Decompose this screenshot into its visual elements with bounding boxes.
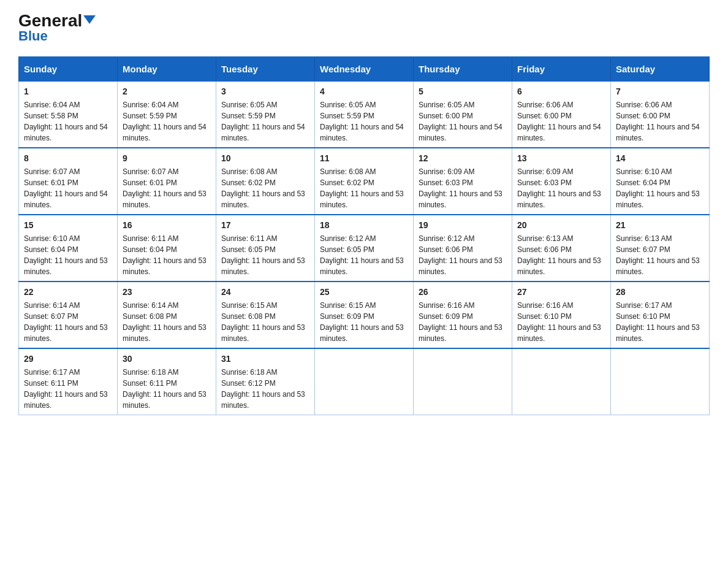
day-info: Sunrise: 6:16 AMSunset: 6:10 PMDaylight:… (517, 301, 601, 343)
day-number: 26 (419, 286, 507, 299)
day-info: Sunrise: 6:13 AMSunset: 6:07 PMDaylight:… (616, 234, 700, 276)
day-number: 13 (517, 152, 605, 165)
calendar-week-row: 29Sunrise: 6:17 AMSunset: 6:11 PMDayligh… (19, 348, 710, 415)
day-number: 20 (517, 219, 605, 232)
calendar-cell: 1Sunrise: 6:04 AMSunset: 5:58 PMDaylight… (19, 81, 118, 148)
day-info: Sunrise: 6:06 AMSunset: 6:00 PMDaylight:… (616, 101, 700, 142)
calendar-cell: 25Sunrise: 6:15 AMSunset: 6:09 PMDayligh… (315, 282, 414, 348)
day-info: Sunrise: 6:17 AMSunset: 6:10 PMDaylight:… (616, 301, 700, 343)
calendar-cell: 15Sunrise: 6:10 AMSunset: 6:04 PMDayligh… (19, 215, 118, 282)
day-number: 28 (616, 286, 704, 299)
day-number: 21 (616, 219, 704, 232)
calendar-cell: 11Sunrise: 6:08 AMSunset: 6:02 PMDayligh… (315, 148, 414, 215)
day-info: Sunrise: 6:14 AMSunset: 6:08 PMDaylight:… (123, 301, 207, 343)
day-number: 6 (517, 85, 605, 98)
col-header-tuesday: Tuesday (216, 57, 315, 81)
day-number: 27 (517, 286, 605, 299)
calendar-cell: 29Sunrise: 6:17 AMSunset: 6:11 PMDayligh… (19, 348, 118, 415)
day-number: 24 (221, 286, 309, 299)
calendar-week-row: 1Sunrise: 6:04 AMSunset: 5:58 PMDaylight… (19, 81, 710, 148)
calendar-header-row: SundayMondayTuesdayWednesdayThursdayFrid… (19, 57, 710, 81)
day-number: 16 (123, 219, 211, 232)
col-header-friday: Friday (512, 57, 611, 81)
calendar-cell: 5Sunrise: 6:05 AMSunset: 6:00 PMDaylight… (414, 81, 512, 148)
calendar-cell: 22Sunrise: 6:14 AMSunset: 6:07 PMDayligh… (19, 282, 118, 348)
day-info: Sunrise: 6:17 AMSunset: 6:11 PMDaylight:… (24, 368, 108, 410)
day-number: 5 (419, 85, 507, 98)
calendar-cell (512, 348, 611, 415)
day-number: 1 (24, 85, 112, 98)
col-header-saturday: Saturday (611, 57, 710, 81)
day-number: 12 (419, 152, 507, 165)
calendar-cell: 16Sunrise: 6:11 AMSunset: 6:04 PMDayligh… (118, 215, 216, 282)
calendar-table: SundayMondayTuesdayWednesdayThursdayFrid… (18, 56, 710, 415)
calendar-week-row: 22Sunrise: 6:14 AMSunset: 6:07 PMDayligh… (19, 282, 710, 348)
day-info: Sunrise: 6:08 AMSunset: 6:02 PMDaylight:… (221, 167, 305, 209)
day-number: 18 (320, 219, 408, 232)
day-number: 3 (221, 85, 309, 98)
day-info: Sunrise: 6:10 AMSunset: 6:04 PMDaylight:… (24, 234, 108, 276)
day-info: Sunrise: 6:08 AMSunset: 6:02 PMDaylight:… (320, 167, 404, 209)
col-header-thursday: Thursday (414, 57, 512, 81)
day-number: 11 (320, 152, 408, 165)
calendar-cell: 27Sunrise: 6:16 AMSunset: 6:10 PMDayligh… (512, 282, 611, 348)
calendar-cell: 24Sunrise: 6:15 AMSunset: 6:08 PMDayligh… (216, 282, 315, 348)
logo-blue-text: Blue (18, 28, 48, 44)
calendar-cell: 20Sunrise: 6:13 AMSunset: 6:06 PMDayligh… (512, 215, 611, 282)
day-number: 31 (221, 353, 309, 366)
day-info: Sunrise: 6:12 AMSunset: 6:05 PMDaylight:… (320, 234, 404, 276)
day-info: Sunrise: 6:11 AMSunset: 6:04 PMDaylight:… (123, 234, 207, 276)
day-info: Sunrise: 6:07 AMSunset: 6:01 PMDaylight:… (24, 167, 108, 209)
day-info: Sunrise: 6:13 AMSunset: 6:06 PMDaylight:… (517, 234, 601, 276)
calendar-cell: 28Sunrise: 6:17 AMSunset: 6:10 PMDayligh… (611, 282, 710, 348)
day-info: Sunrise: 6:04 AMSunset: 5:59 PMDaylight:… (123, 101, 207, 142)
day-info: Sunrise: 6:12 AMSunset: 6:06 PMDaylight:… (419, 234, 502, 276)
calendar-cell: 30Sunrise: 6:18 AMSunset: 6:11 PMDayligh… (118, 348, 216, 415)
day-info: Sunrise: 6:16 AMSunset: 6:09 PMDaylight:… (419, 301, 502, 343)
logo-triangle-icon (83, 15, 96, 24)
calendar-cell: 8Sunrise: 6:07 AMSunset: 6:01 PMDaylight… (19, 148, 118, 215)
calendar-cell: 6Sunrise: 6:06 AMSunset: 6:00 PMDaylight… (512, 81, 611, 148)
calendar-cell: 21Sunrise: 6:13 AMSunset: 6:07 PMDayligh… (611, 215, 710, 282)
calendar-cell: 9Sunrise: 6:07 AMSunset: 6:01 PMDaylight… (118, 148, 216, 215)
day-number: 29 (24, 353, 112, 366)
calendar-cell: 31Sunrise: 6:18 AMSunset: 6:12 PMDayligh… (216, 348, 315, 415)
day-number: 17 (221, 219, 309, 232)
col-header-wednesday: Wednesday (315, 57, 414, 81)
calendar-cell: 18Sunrise: 6:12 AMSunset: 6:05 PMDayligh… (315, 215, 414, 282)
day-number: 15 (24, 219, 112, 232)
day-number: 10 (221, 152, 309, 165)
day-number: 22 (24, 286, 112, 299)
col-header-sunday: Sunday (19, 57, 118, 81)
day-number: 9 (123, 152, 211, 165)
day-number: 2 (123, 85, 211, 98)
day-number: 14 (616, 152, 704, 165)
day-number: 30 (123, 353, 211, 366)
calendar-cell: 17Sunrise: 6:11 AMSunset: 6:05 PMDayligh… (216, 215, 315, 282)
day-info: Sunrise: 6:14 AMSunset: 6:07 PMDaylight:… (24, 301, 108, 343)
page-header: General Blue (18, 12, 710, 44)
day-number: 7 (616, 85, 704, 98)
day-info: Sunrise: 6:07 AMSunset: 6:01 PMDaylight:… (123, 167, 207, 209)
day-number: 19 (419, 219, 507, 232)
calendar-cell: 3Sunrise: 6:05 AMSunset: 5:59 PMDaylight… (216, 81, 315, 148)
calendar-cell (315, 348, 414, 415)
calendar-cell (611, 348, 710, 415)
logo: General Blue (18, 12, 96, 44)
calendar-cell (414, 348, 512, 415)
day-info: Sunrise: 6:09 AMSunset: 6:03 PMDaylight:… (419, 167, 502, 209)
calendar-cell: 2Sunrise: 6:04 AMSunset: 5:59 PMDaylight… (118, 81, 216, 148)
day-info: Sunrise: 6:11 AMSunset: 6:05 PMDaylight:… (221, 234, 305, 276)
day-info: Sunrise: 6:05 AMSunset: 5:59 PMDaylight:… (221, 101, 305, 142)
day-info: Sunrise: 6:18 AMSunset: 6:12 PMDaylight:… (221, 368, 305, 410)
day-info: Sunrise: 6:05 AMSunset: 5:59 PMDaylight:… (320, 101, 404, 142)
col-header-monday: Monday (118, 57, 216, 81)
day-info: Sunrise: 6:10 AMSunset: 6:04 PMDaylight:… (616, 167, 700, 209)
calendar-cell: 23Sunrise: 6:14 AMSunset: 6:08 PMDayligh… (118, 282, 216, 348)
calendar-week-row: 8Sunrise: 6:07 AMSunset: 6:01 PMDaylight… (19, 148, 710, 215)
day-number: 23 (123, 286, 211, 299)
day-info: Sunrise: 6:18 AMSunset: 6:11 PMDaylight:… (123, 368, 207, 410)
day-info: Sunrise: 6:05 AMSunset: 6:00 PMDaylight:… (419, 101, 502, 142)
day-info: Sunrise: 6:09 AMSunset: 6:03 PMDaylight:… (517, 167, 601, 209)
calendar-cell: 13Sunrise: 6:09 AMSunset: 6:03 PMDayligh… (512, 148, 611, 215)
